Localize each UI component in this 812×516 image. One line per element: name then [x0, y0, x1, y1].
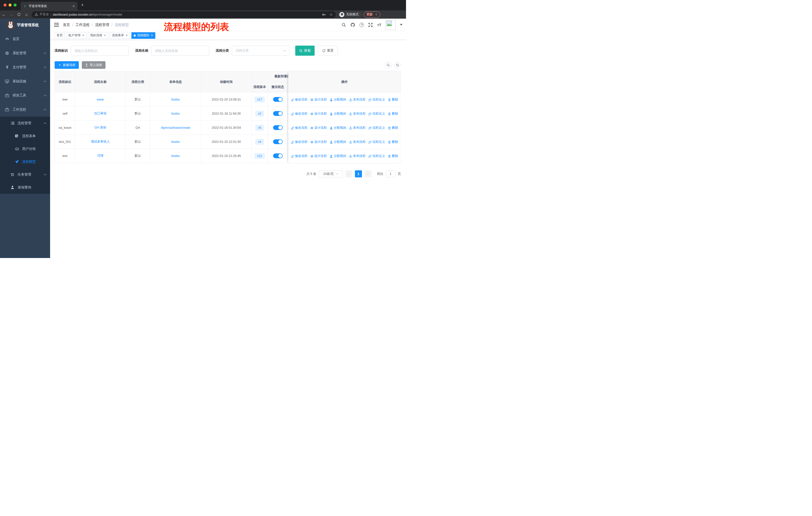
- action-分配规则[interactable]: 分配规则: [330, 140, 346, 144]
- action-设计流程[interactable]: 设计流程: [310, 154, 327, 158]
- action-删除[interactable]: 删除: [388, 98, 398, 102]
- active-status-toggle[interactable]: [273, 139, 283, 144]
- page-1-button[interactable]: 1: [355, 170, 362, 178]
- refresh-table-button[interactable]: [394, 62, 401, 69]
- cell-process-name-link[interactable]: OA 请假: [95, 126, 106, 130]
- sidebar-item-基础设施[interactable]: 基础设施: [0, 74, 50, 88]
- action-修改流程[interactable]: 修改流程: [291, 140, 308, 144]
- active-status-toggle[interactable]: [273, 154, 283, 158]
- user-avatar[interactable]: [386, 20, 396, 30]
- browser-tab[interactable]: 芋道管理系统 ✕: [21, 2, 78, 10]
- reload-button[interactable]: [15, 12, 23, 17]
- action-设计流程[interactable]: 设计流程: [310, 112, 327, 116]
- action-流程定义[interactable]: 流程定义: [369, 98, 385, 102]
- search-icon[interactable]: [342, 23, 346, 27]
- page-size-select[interactable]: 10条/页: [319, 170, 343, 178]
- import-process-button[interactable]: 导入流程: [82, 61, 106, 69]
- action-分配规则[interactable]: 分配规则: [330, 154, 346, 158]
- action-删除[interactable]: 删除: [388, 154, 398, 158]
- tag-close-icon[interactable]: ✕: [104, 34, 106, 37]
- action-修改流程[interactable]: 修改流程: [291, 154, 308, 158]
- cell-form-link[interactable]: /bpm/oa/leave/create: [161, 126, 190, 130]
- action-发布流程[interactable]: 发布流程: [349, 140, 366, 144]
- action-设计流程[interactable]: 设计流程: [310, 98, 327, 102]
- active-status-toggle[interactable]: [273, 97, 283, 102]
- action-设计流程[interactable]: 设计流程: [310, 140, 327, 144]
- next-page-button[interactable]: ›: [365, 170, 372, 178]
- filter-category-select[interactable]: 流程分类: [232, 46, 290, 56]
- menu-dots-icon[interactable]: ⋮: [375, 13, 378, 16]
- cell-process-name-link[interactable]: 自己审批: [94, 111, 107, 116]
- github-icon[interactable]: [350, 22, 355, 27]
- search-button[interactable]: 搜索: [295, 46, 315, 56]
- cell-form-link[interactable]: biubiu: [171, 98, 180, 101]
- sidebar-item-用户分组[interactable]: 用户分组: [0, 142, 50, 155]
- filter-key-input[interactable]: [71, 46, 128, 56]
- sidebar-item-流程表单[interactable]: 流程表单: [0, 130, 50, 142]
- sidebar-item-请假查询[interactable]: 请假查询: [0, 181, 50, 194]
- help-icon[interactable]: ?: [359, 23, 364, 27]
- tag-我的流程[interactable]: 我的流程✕: [88, 32, 108, 39]
- action-发布流程[interactable]: 发布流程: [349, 112, 366, 116]
- action-删除[interactable]: 删除: [388, 126, 398, 130]
- active-status-toggle[interactable]: [273, 111, 283, 116]
- action-流程定义[interactable]: 流程定义: [369, 126, 385, 130]
- sidebar-item-流程管理[interactable]: 流程管理: [0, 117, 50, 130]
- window-minimize-button[interactable]: [8, 3, 11, 6]
- tag-流程表单[interactable]: 流程表单✕: [110, 32, 130, 39]
- action-流程定义[interactable]: 流程定义: [369, 140, 385, 144]
- action-发布流程[interactable]: 发布流程: [349, 154, 366, 158]
- window-close-button[interactable]: [3, 3, 6, 6]
- action-设计流程[interactable]: 设计流程: [310, 126, 327, 130]
- update-label[interactable]: 更新: [367, 12, 373, 17]
- tag-close-icon[interactable]: ✕: [82, 34, 84, 37]
- cell-process-name-link[interactable]: 测试多审批人: [91, 140, 110, 144]
- tag-close-icon[interactable]: ✕: [125, 34, 127, 37]
- cell-process-name-link[interactable]: 滔博: [97, 154, 104, 158]
- tag-流程模型[interactable]: 流程模型✕: [132, 32, 155, 39]
- action-流程定义[interactable]: 流程定义: [369, 112, 385, 116]
- breadcrumb-item-流程管理[interactable]: 流程管理: [95, 23, 109, 27]
- filter-name-input[interactable]: [151, 46, 209, 56]
- breadcrumb-item-首页[interactable]: 首页: [63, 23, 70, 27]
- home-button[interactable]: ⌂: [23, 12, 30, 17]
- goto-page-input[interactable]: 1: [386, 170, 396, 178]
- sidebar-item-工作流程[interactable]: 工作流程: [0, 103, 50, 117]
- key-icon[interactable]: [322, 12, 326, 17]
- action-删除[interactable]: 删除: [388, 112, 398, 116]
- sidebar-item-支付管理[interactable]: ¥支付管理: [0, 60, 50, 74]
- bookmark-star-icon[interactable]: ☆: [329, 12, 333, 17]
- cell-form-link[interactable]: biubiu: [171, 140, 180, 144]
- tag-租户管理[interactable]: 租户管理✕: [66, 32, 87, 39]
- action-流程定义[interactable]: 流程定义: [369, 154, 385, 158]
- reset-button[interactable]: 重置: [318, 46, 338, 56]
- action-分配规则[interactable]: 分配规则: [330, 126, 346, 130]
- action-修改流程[interactable]: 修改流程: [291, 126, 308, 130]
- browser-menu-update[interactable]: 更新 ⋮: [364, 11, 380, 18]
- prev-page-button[interactable]: ‹: [345, 170, 352, 178]
- new-tab-button[interactable]: +: [81, 3, 84, 7]
- active-status-toggle[interactable]: [273, 125, 283, 130]
- tab-close-icon[interactable]: ✕: [72, 4, 75, 8]
- sidebar-item-系统管理[interactable]: 系统管理: [0, 46, 50, 60]
- cell-form-link[interactable]: biubiu: [171, 112, 180, 115]
- action-发布流程[interactable]: 发布流程: [349, 98, 366, 102]
- caret-down-icon[interactable]: [400, 24, 403, 26]
- cell-form-link[interactable]: biubiu: [171, 154, 180, 158]
- cell-process-name-link[interactable]: eeee: [97, 98, 104, 101]
- sidebar-item-研发工具[interactable]: 研发工具: [0, 88, 50, 103]
- action-分配规则[interactable]: 分配规则: [330, 98, 346, 102]
- security-label[interactable]: 不安全: [39, 12, 49, 17]
- tag-close-icon[interactable]: ✕: [151, 34, 153, 37]
- action-发布流程[interactable]: 发布流程: [349, 126, 366, 130]
- address-bar[interactable]: 不安全 | dashboard.yudao.iocoder.cn/bpm/man…: [32, 11, 336, 18]
- breadcrumb-item-工作流程[interactable]: 工作流程: [76, 23, 90, 27]
- sidebar-item-任务管理[interactable]: 任务管理: [0, 168, 50, 181]
- fullscreen-icon[interactable]: [368, 23, 373, 27]
- sidebar-item-流程模型[interactable]: 流程模型: [0, 155, 50, 168]
- forward-button[interactable]: →: [7, 12, 15, 17]
- font-size-icon[interactable]: ᴛT: [377, 23, 381, 27]
- window-zoom-button[interactable]: [13, 3, 17, 6]
- show-search-toggle-button[interactable]: [385, 62, 392, 69]
- create-process-button[interactable]: ＋ 新建流程: [55, 61, 79, 69]
